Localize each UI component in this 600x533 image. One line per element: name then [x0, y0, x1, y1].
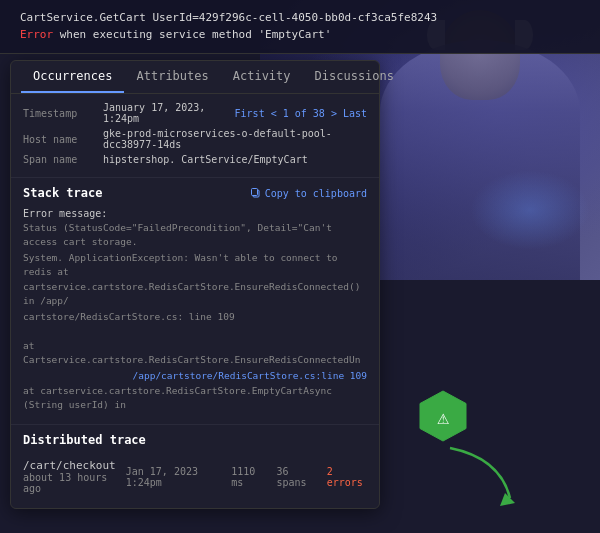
trace-time-ago: about 13 hours ago — [23, 472, 116, 494]
arrow-icon — [440, 438, 520, 508]
monitor-glow — [470, 170, 590, 250]
distributed-trace-title: Distributed trace — [23, 433, 146, 447]
stack-line-3: cartservice.cartstore.RedisCartStore.Ens… — [23, 280, 367, 309]
main-panel: Occurrences Attributes Activity Discussi… — [10, 60, 380, 509]
stack-trace-content: Error message: Status (StatusCode="Faile… — [23, 206, 367, 416]
stack-at-1: at Cartservice.cartstore.RedisCartStore.… — [23, 339, 367, 368]
spanname-row: Span name hipstershop. CartService/Empty… — [23, 154, 367, 165]
error-line1: CartService.GetCart UserId=429f296c-cell… — [20, 10, 580, 27]
spanname-label: Span name — [23, 154, 103, 165]
trace-errors: 2 errors — [327, 466, 367, 488]
timestamp-label: Timestamp — [23, 108, 103, 119]
spanname-value: hipstershop. CartService/EmptyCart — [103, 154, 367, 165]
warning-icon: ⚠ — [437, 405, 449, 429]
stack-line-2: System. ApplicationException: Wasn't abl… — [23, 251, 367, 280]
trace-duration: 1110 ms — [231, 466, 266, 488]
svg-marker-3 — [500, 493, 515, 506]
tab-activity[interactable]: Activity — [221, 61, 303, 93]
error-message-label: Error message: — [23, 206, 367, 221]
tab-discussions[interactable]: Discussions — [303, 61, 406, 93]
meta-section: Timestamp January 17, 2023, 1:24pm First… — [11, 94, 379, 178]
copy-icon — [251, 188, 261, 198]
hex-shape: ⚠ — [416, 389, 470, 443]
stack-at-2: at cartservice.cartstore.RedisCartStore.… — [23, 384, 367, 413]
hostname-label: Host name — [23, 134, 103, 145]
trace-date: Jan 17, 2023 1:24pm — [126, 466, 222, 488]
timestamp-value: January 17, 2023, 1:24pm — [103, 102, 235, 124]
svg-rect-1 — [251, 189, 257, 196]
error-bar-text: CartService.GetCart UserId=429f296c-cell… — [20, 10, 580, 43]
trace-path: /cart/checkout — [23, 459, 116, 472]
stack-trace-title: Stack trace — [23, 186, 102, 200]
error-bar: CartService.GetCart UserId=429f296c-cell… — [0, 0, 600, 54]
occurrence-nav[interactable]: First < 1 of 38 > Last — [235, 108, 367, 119]
distributed-trace-section: Distributed trace /cart/checkout about 1… — [11, 425, 379, 508]
stack-at-2-path: /app/cartstore/RedisCartStore.cs:line 16… — [23, 413, 367, 416]
stack-line-4: cartstore/RedisCartStore.cs: line 109 — [23, 310, 367, 324]
tab-occurrences[interactable]: Occurrences — [21, 61, 124, 93]
trace-spans: 36 spans — [277, 466, 317, 488]
hostname-value: gke-prod-microservices-o-default-pool-dc… — [103, 128, 367, 150]
trace-path-col: /cart/checkout about 13 hours ago — [23, 459, 116, 494]
distributed-trace-header: Distributed trace — [23, 433, 367, 447]
stack-line-1: Status (StatusCode="FailedPrecondition",… — [23, 221, 367, 250]
stack-trace-section: Stack trace Copy to clipboard Error mess… — [11, 178, 379, 425]
warning-hexagon: ⚠ — [416, 389, 470, 443]
hostname-row: Host name gke-prod-microservices-o-defau… — [23, 128, 367, 150]
timestamp-row: Timestamp January 17, 2023, 1:24pm First… — [23, 102, 367, 124]
tab-attributes[interactable]: Attributes — [124, 61, 220, 93]
tabs-bar: Occurrences Attributes Activity Discussi… — [11, 61, 379, 94]
trace-row: /cart/checkout about 13 hours ago Jan 17… — [23, 453, 367, 500]
error-suffix: when executing service method 'EmptyCart… — [53, 28, 331, 41]
stack-trace-header: Stack trace Copy to clipboard — [23, 186, 367, 200]
error-label: Error — [20, 28, 53, 41]
copy-clipboard-button[interactable]: Copy to clipboard — [251, 188, 367, 199]
stack-at-1-path: /app/cartstore/RedisCartStore.cs:line 10… — [23, 369, 367, 383]
error-line2: Error when executing service method 'Emp… — [20, 27, 580, 44]
